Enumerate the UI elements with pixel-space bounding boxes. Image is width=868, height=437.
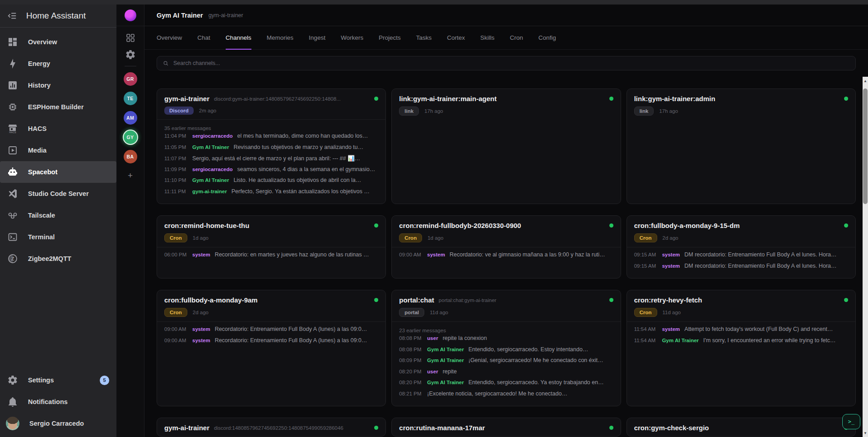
channel-type-badge: link: [399, 107, 419, 116]
message-author: system: [192, 252, 210, 257]
channel-card[interactable]: gym-ai-trainerdiscord:gym-ai-trainer:148…: [157, 88, 386, 204]
channel-last-activity: 17h ago: [424, 108, 443, 114]
tab-channels[interactable]: Channels: [226, 26, 251, 50]
message-time: 11:07 PM: [164, 156, 188, 161]
scrollbar[interactable]: ▲ ▼: [863, 77, 868, 437]
channel-card[interactable]: link:gym-ai-trainer:adminlink17h ago: [627, 88, 856, 204]
channel-card-header: gym-ai-trainerdiscord:148085796274569225…: [157, 418, 385, 436]
channel-title-row: cron:remind-fullbodyb-20260330-0900: [399, 222, 613, 229]
tab-ingest[interactable]: Ingest: [309, 26, 325, 50]
tab-cron[interactable]: Cron: [510, 26, 523, 50]
online-status-dot: [844, 97, 848, 101]
message-time: 11:05 PM: [164, 144, 188, 150]
sidebar-item-overview[interactable]: Overview: [0, 31, 116, 53]
message-text: ¡Genial, sergiocarracedo! Me he conectad…: [469, 357, 603, 363]
tab-config[interactable]: Config: [538, 26, 556, 50]
search-icon: [162, 60, 169, 67]
add-workspace-button[interactable]: +: [128, 169, 133, 180]
menu-toggle-icon[interactable]: [7, 11, 17, 21]
tab-projects[interactable]: Projects: [379, 26, 401, 50]
message-time: 11:54 AM: [634, 338, 658, 343]
channel-card[interactable]: gym-ai-trainerdiscord:148085796274569225…: [157, 418, 386, 437]
channel-last-activity: 2d ago: [193, 310, 209, 315]
channel-card[interactable]: cron:fullbody-a-monday-9amCron2d ago09:0…: [157, 290, 386, 406]
sidebar-item-zigbee2mqtt[interactable]: ZZigbee2MQTT: [0, 248, 116, 270]
channel-card[interactable]: cron:fullbody-a-monday-9-15-dmCron2d ago…: [627, 215, 856, 279]
sidebar-item-settings[interactable]: Settings 5: [0, 369, 116, 391]
tab-memories[interactable]: Memories: [267, 26, 293, 50]
message-time: 11:10 PM: [164, 177, 188, 183]
channels-grid: gym-ai-trainerdiscord:gym-ai-trainer:148…: [157, 88, 856, 437]
sidebar-item-energy[interactable]: Energy: [0, 53, 116, 74]
sidebar-item-label: Spacebot: [28, 168, 57, 176]
message-text: Attempt to fetch today's workout (Full B…: [684, 326, 833, 332]
channel-last-activity: 1d ago: [427, 235, 443, 241]
online-status-dot: [609, 298, 613, 302]
sidebar-item-media[interactable]: Media: [0, 139, 116, 161]
play-box-icon: [7, 145, 18, 156]
storefront-icon: HACS: [7, 123, 18, 134]
tab-overview[interactable]: Overview: [157, 26, 182, 50]
workspace-avatar-ba[interactable]: BA: [124, 150, 137, 163]
channel-card[interactable]: link:gym-ai-trainer:main-agentlink17h ag…: [391, 88, 621, 204]
channel-card-header: portal:chatportal:chat:gym-ai-trainerpor…: [392, 290, 620, 321]
scrollbar-up-arrow[interactable]: ▲: [863, 78, 868, 84]
rail-gear-icon[interactable]: [125, 49, 136, 60]
sidebar-item-tailscale[interactable]: Tailscale: [0, 205, 116, 226]
message-row: 11:11 PMgym-ai-trainerPerfecto, Sergio. …: [164, 188, 378, 200]
channel-title: cron:remind-fullbodyb-20260330-0900: [399, 222, 521, 229]
message-row: 08:20 PMGym AI TrainerEntendido, sergioc…: [399, 379, 613, 391]
channel-card[interactable]: cron:rutina-manana-17mar: [391, 418, 621, 437]
channel-card[interactable]: cron:gym-check-sergio: [627, 418, 856, 437]
search-box[interactable]: [157, 56, 856, 70]
tab-tasks[interactable]: Tasks: [416, 26, 432, 50]
workspace-avatar-te[interactable]: TE: [124, 92, 137, 105]
channel-type-badge: portal: [399, 308, 424, 317]
message-row: 11:54 AMsystemAttempt to fetch today's w…: [634, 326, 848, 337]
sidebar-item-studio-code-server[interactable]: Studio Code Server: [0, 183, 116, 205]
tab-chat[interactable]: Chat: [197, 26, 210, 50]
channel-last-activity: 11d ago: [430, 310, 448, 315]
agent-title: Gym AI Trainer: [157, 12, 203, 19]
agent-header: Gym AI Trainer gym-ai-trainer: [144, 5, 868, 26]
sidebar-item-hacs[interactable]: HACSHACS: [0, 118, 116, 139]
workspace-avatar-am[interactable]: AM: [124, 111, 137, 125]
sidebar-header: Home Assistant: [0, 5, 116, 28]
apps-grid-icon[interactable]: [125, 33, 136, 43]
org-avatar[interactable]: [125, 9, 136, 21]
online-status-dot: [374, 97, 378, 101]
channel-card[interactable]: cron:remind-home-tue-thuCron1d ago06:00 …: [157, 215, 386, 279]
channel-card[interactable]: portal:chatportal:chat:gym-ai-trainerpor…: [391, 290, 621, 406]
channel-title: link:gym-ai-trainer:admin: [634, 95, 715, 102]
tab-workers[interactable]: Workers: [341, 26, 363, 50]
workspace-avatar-gr[interactable]: GR: [124, 72, 137, 86]
message-row: 08:08 PMGym AI TrainerEntendido, sergioc…: [399, 346, 613, 358]
message-time: 09:00 AM: [164, 326, 188, 332]
sidebar-item-user[interactable]: Sergio Carracedo: [0, 413, 116, 434]
workspace-avatar-gy[interactable]: GY: [124, 130, 137, 144]
channel-card[interactable]: cron:retry-hevy-fetchCron11d ago11:54 AM…: [627, 290, 856, 406]
sidebar-item-notifications[interactable]: Notifications: [0, 391, 116, 413]
channel-last-activity: 11d ago: [663, 310, 681, 315]
agent-id: gym-ai-trainer: [209, 12, 243, 19]
sidebar-item-label: Media: [28, 147, 46, 154]
sidebar-item-spacebot[interactable]: Spacebot: [0, 161, 116, 183]
tab-skills[interactable]: Skills: [480, 26, 495, 50]
message-row: 09:15 AMsystemDM recordatorio: Entrenami…: [634, 263, 848, 274]
scrollbar-thumb[interactable]: [863, 88, 868, 204]
message-time: 08:08 PM: [399, 347, 422, 352]
terminal-floating-button[interactable]: >_: [842, 414, 860, 429]
scrollbar-down-arrow[interactable]: ▼: [863, 430, 868, 436]
sidebar-item-esphome-builder[interactable]: ESPHome Builder: [0, 96, 116, 118]
tab-cortex[interactable]: Cortex: [447, 26, 465, 50]
rail-stack: GRTEAMGYBA+: [124, 26, 137, 180]
sidebar-item-terminal[interactable]: Terminal: [0, 226, 116, 248]
chip-icon: [7, 102, 18, 112]
channel-id: portal:chat:gym-ai-trainer: [439, 298, 605, 303]
channel-badge-row: link17h ago: [634, 107, 848, 116]
channel-title-row: gym-ai-trainerdiscord:148085796274569225…: [164, 424, 378, 432]
channel-card[interactable]: cron:remind-fullbodyb-20260330-0900Cron1…: [391, 215, 621, 279]
sidebar-item-history[interactable]: History: [0, 74, 116, 96]
message-text: Recordatorio: Entrenamiento Full Body A …: [215, 337, 367, 344]
search-input[interactable]: [173, 60, 850, 66]
